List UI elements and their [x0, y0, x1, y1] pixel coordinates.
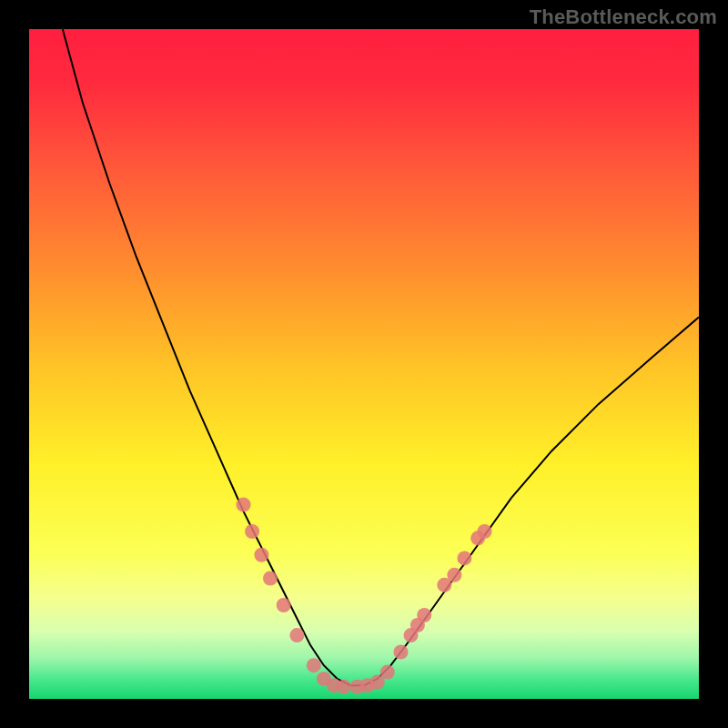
- sample-point: [417, 608, 431, 622]
- sample-point: [277, 598, 291, 612]
- chart-frame: TheBottleneck.com: [0, 0, 728, 728]
- plot-background: [29, 29, 699, 699]
- sample-point: [393, 644, 408, 659]
- sample-point: [457, 551, 471, 565]
- sample-point: [254, 548, 268, 562]
- sample-point: [307, 658, 321, 672]
- sample-point: [477, 524, 491, 539]
- chart-plot-area: [29, 29, 699, 699]
- sample-point: [263, 571, 278, 585]
- sample-point: [447, 568, 461, 582]
- sample-point: [289, 628, 304, 642]
- sample-point: [245, 524, 259, 539]
- watermark-text: TheBottleneck.com: [530, 5, 717, 29]
- sample-point: [380, 665, 395, 680]
- sample-point: [236, 498, 250, 512]
- sample-point: [337, 680, 351, 694]
